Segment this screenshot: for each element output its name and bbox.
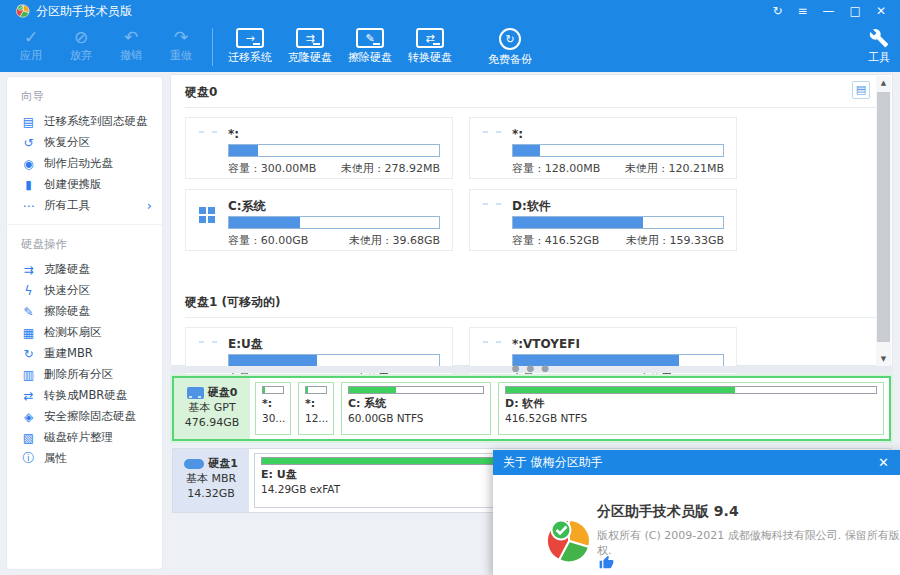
apply-button[interactable]: ✓ 应用	[6, 26, 56, 63]
disk1-label[interactable]: 硬盘1 基本 MBR 14.32GB	[173, 449, 249, 512]
usage-mini-bar	[305, 386, 327, 394]
sidebar-item-rebuild-mbr[interactable]: ↻ 重建MBR	[7, 343, 162, 364]
restore-icon: ↺	[21, 136, 36, 150]
partition-block-disk0-p2[interactable]: *: 12...	[298, 382, 334, 435]
app-logo-icon	[16, 4, 30, 18]
drive-icon: ▤	[21, 115, 36, 129]
backup-icon: ↻	[499, 28, 521, 50]
sidebar-item-defragment[interactable]: ▧ 磁盘碎片整理	[7, 427, 162, 448]
disk0-label[interactable]: 硬盘0 基本 GPT 476.94GB	[174, 378, 250, 439]
unused-label: 未使用 : 39.68GB	[349, 233, 440, 248]
usb-drive-icon	[184, 459, 204, 469]
convert-disk-button[interactable]: ⇄ 转换硬盘	[401, 26, 459, 65]
usage-mini-bar	[505, 386, 877, 394]
clone-disk-button[interactable]: ⇉ 克隆硬盘	[281, 26, 339, 65]
discard-button[interactable]: ⊘ 放弃	[56, 26, 106, 63]
defrag-icon: ▧	[21, 431, 36, 445]
menu-icon[interactable]: ≡	[798, 0, 808, 22]
sidebar-item-recover-partition[interactable]: ↺ 恢复分区	[7, 132, 162, 153]
usage-bar	[512, 216, 724, 229]
windows-logo-icon	[199, 207, 216, 224]
thumb-up-icon	[599, 555, 614, 570]
wrench-icon	[869, 28, 889, 48]
convert-disk-icon: ⇄	[416, 28, 444, 48]
rebuild-icon: ↻	[21, 347, 36, 361]
redo-button[interactable]: ↷ 重做	[156, 26, 206, 63]
disk-type: 基本 MBR	[173, 471, 249, 486]
toolbar: ✓ 应用 ⊘ 放弃 ↶ 撤销 ↷ 重做 → 迁移系统 ⇉ 克隆硬盘 ✎ 擦除硬盘…	[0, 22, 900, 72]
vertical-scrollbar[interactable]: ▲ ▼	[876, 76, 891, 366]
scroll-up-icon[interactable]: ▲	[876, 76, 891, 90]
scrollbar-thumb[interactable]	[877, 92, 890, 342]
ellipsis-icon: ⋯	[21, 199, 36, 213]
partition-overview-panel: ▤ 硬盘0 *: 容量 : 300.00MB 未使用 : 278.92MB *:…	[170, 74, 893, 366]
trash-icon: ▥	[21, 368, 36, 382]
minimize-button[interactable]: —	[823, 0, 835, 22]
sidebar-item-wipe-disk[interactable]: ✎ 擦除硬盘	[7, 301, 162, 322]
partition-card-d-software[interactable]: D:软件 容量 : 416.52GB 未使用 : 159.33GB	[469, 189, 737, 251]
sidebar-item-properties[interactable]: ⓘ 属性	[7, 448, 162, 469]
panel-splitter-handle[interactable]: ● ● ●	[170, 366, 893, 373]
disk-size: 476.94GB	[174, 415, 250, 430]
sidebar: 向导 ▤ 迁移系统到固态硬盘 ↺ 恢复分区 ◉ 制作启动光盘 ▮ 创建便携版 ⋯…	[6, 76, 163, 570]
partition-card-c-system[interactable]: C:系统 容量 : 60.00GB 未使用 : 39.68GB	[185, 189, 453, 251]
free-backup-button[interactable]: ↻ 免费备份	[481, 26, 539, 67]
title-bar: 分区助手技术员版 ↻ ≡ — □ ✕	[0, 0, 900, 22]
sidebar-item-clone-disk[interactable]: ⇉ 克隆硬盘	[7, 259, 162, 280]
dialog-close-button[interactable]: ✕	[878, 455, 893, 470]
sidebar-item-delete-all-partitions[interactable]: ▥ 删除所有分区	[7, 364, 162, 385]
about-dialog: 关于 傲梅分区助手 ✕ 分区助手技术员版 9.4 版权所有 (C) 2009-2…	[493, 450, 900, 575]
secure-erase-icon: ◈	[21, 410, 36, 424]
divider	[185, 107, 878, 108]
about-dialog-titlebar: 关于 傲梅分区助手 ✕	[493, 450, 900, 475]
disk0-row[interactable]: 硬盘0 基本 GPT 476.94GB *: 30... *: 12... C:…	[172, 376, 891, 441]
sidebar-item-convert-to-mbr[interactable]: ⇄ 转换成MBR硬盘	[7, 385, 162, 406]
undo-button[interactable]: ↶ 撤销	[106, 26, 156, 63]
unused-label: 未使用 : 159.33GB	[626, 233, 724, 248]
maximize-button[interactable]: □	[850, 0, 861, 22]
divider	[185, 317, 878, 318]
close-button[interactable]: ✕	[876, 0, 886, 22]
redo-icon: ↷	[156, 26, 206, 49]
sidebar-item-check-bad-sectors[interactable]: ▦ 检测坏扇区	[7, 322, 162, 343]
partition-card-disk0-p1[interactable]: *: 容量 : 300.00MB 未使用 : 278.92MB	[185, 117, 453, 179]
unused-label: 未使用 : 278.92MB	[341, 161, 440, 176]
usage-mini-bar	[262, 386, 284, 394]
convert-icon: ⇄	[21, 389, 36, 403]
scroll-down-icon[interactable]: ▼	[876, 352, 891, 366]
disc-icon: ◉	[21, 157, 36, 171]
capacity-label: 容量 : 300.00MB	[228, 161, 316, 176]
capacity-label: 容量 : 60.00GB	[228, 233, 308, 248]
wipe-disk-button[interactable]: ✎ 擦除硬盘	[341, 26, 399, 65]
migrate-os-button[interactable]: → 迁移系统	[221, 26, 279, 65]
sidebar-item-migrate-os-to-ssd[interactable]: ▤ 迁移系统到固态硬盘	[7, 111, 162, 132]
window-title: 分区助手技术员版	[36, 3, 132, 20]
check-icon: ✓	[6, 26, 56, 49]
product-version-title: 分区助手技术员版 9.4	[597, 503, 739, 521]
undo-icon: ↶	[106, 26, 156, 49]
sidebar-item-make-bootable-media[interactable]: ◉ 制作启动光盘	[7, 153, 162, 174]
sidebar-item-all-tools[interactable]: ⋯ 所有工具 ›	[7, 195, 162, 216]
usage-mini-bar	[348, 386, 484, 394]
refresh-icon[interactable]: ↻	[772, 0, 782, 22]
sidebar-item-create-portable[interactable]: ▮ 创建便携版	[7, 174, 162, 195]
disk-size: 14.32GB	[173, 486, 249, 501]
usage-bar	[228, 216, 440, 229]
partition-block-disk0-p1[interactable]: *: 30...	[255, 382, 291, 435]
unused-label: 未使用 : 120.21MB	[625, 161, 724, 176]
usage-bar	[512, 144, 724, 157]
partition-block-c-system[interactable]: C: 系统 60.00GB NTFS	[341, 382, 491, 435]
chevron-right-icon: ›	[147, 198, 152, 213]
sidebar-section-wizard: 向导	[7, 77, 162, 111]
disk0-heading: 硬盘0	[185, 84, 892, 101]
wipe-disk-icon: ✎	[356, 28, 384, 48]
capacity-label: 容量 : 128.00MB	[512, 161, 600, 176]
view-toggle-button[interactable]: ▤	[852, 81, 870, 99]
clone-disk-icon: ⇉	[296, 28, 324, 48]
partition-card-disk0-p2[interactable]: *: 容量 : 128.00MB 未使用 : 120.21MB	[469, 117, 737, 179]
sector-scan-icon: ▦	[21, 326, 36, 340]
sidebar-item-secure-erase-ssd[interactable]: ◈ 安全擦除固态硬盘	[7, 406, 162, 427]
tools-button[interactable]: 工具	[868, 26, 890, 64]
sidebar-item-quick-partition[interactable]: ϟ 快速分区	[7, 280, 162, 301]
partition-block-d-software[interactable]: D: 软件 416.52GB NTFS	[498, 382, 884, 435]
